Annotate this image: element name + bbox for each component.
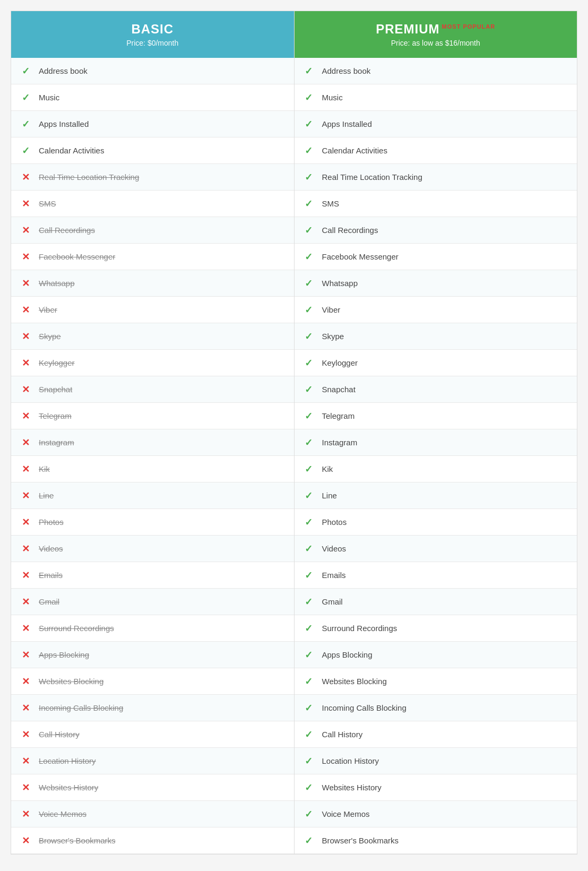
basic-features-list: ✓Address book✓Music✓Apps Installed✓Calen…: [11, 58, 294, 854]
basic-feature-row: ✕Keylogger: [11, 350, 294, 376]
check-icon: ✓: [303, 755, 315, 767]
feature-label: Address book: [39, 66, 88, 75]
cross-icon: ✕: [20, 198, 31, 210]
check-icon: ✓: [303, 357, 315, 369]
check-icon: ✓: [303, 543, 315, 555]
check-icon: ✓: [20, 92, 31, 104]
basic-feature-row: ✓Calendar Activities: [11, 137, 294, 164]
cross-icon: ✕: [20, 835, 31, 847]
premium-feature-row: ✓Facebook Messenger: [295, 244, 577, 270]
basic-feature-row: ✕Surround Recordings: [11, 615, 294, 642]
basic-feature-row: ✕Skype: [11, 323, 294, 350]
feature-label: Websites Blocking: [39, 677, 103, 686]
check-icon: ✓: [303, 676, 315, 687]
basic-price: Price: $0/month: [22, 39, 283, 47]
basic-column: BASIC Price: $0/month ✓Address book✓Musi…: [11, 11, 295, 854]
check-icon: ✓: [303, 198, 315, 210]
feature-label: SMS: [39, 199, 56, 208]
premium-feature-row: ✓Apps Blocking: [295, 642, 577, 668]
basic-feature-row: ✓Music: [11, 84, 294, 111]
premium-feature-row: ✓Incoming Calls Blocking: [295, 695, 577, 721]
check-icon: ✓: [303, 808, 315, 820]
feature-label: Incoming Calls Blocking: [39, 703, 123, 712]
feature-label: Websites History: [39, 783, 98, 792]
check-icon: ✓: [303, 623, 315, 634]
premium-feature-row: ✓Music: [295, 84, 577, 111]
check-icon: ✓: [20, 65, 31, 77]
feature-label: Whatsapp: [322, 279, 358, 288]
cross-icon: ✕: [20, 304, 31, 316]
feature-label: Real Time Location Tracking: [39, 173, 139, 182]
premium-feature-row: ✓Photos: [295, 509, 577, 536]
feature-label: Photos: [39, 518, 64, 527]
feature-label: Voice Memos: [322, 809, 370, 818]
feature-label: Snapchat: [322, 385, 356, 394]
check-icon: ✓: [303, 463, 315, 475]
basic-feature-row: ✕Emails: [11, 562, 294, 589]
premium-feature-row: ✓Line: [295, 482, 577, 509]
feature-label: Kik: [39, 464, 50, 473]
feature-label: Gmail: [322, 597, 343, 606]
check-icon: ✓: [20, 118, 31, 130]
check-icon: ✓: [303, 225, 315, 236]
feature-label: Call History: [322, 730, 363, 739]
basic-feature-row: ✕Call Recordings: [11, 217, 294, 244]
feature-label: Emails: [322, 571, 346, 580]
cross-icon: ✕: [20, 808, 31, 820]
premium-feature-row: ✓Websites History: [295, 774, 577, 801]
feature-label: Telegram: [322, 411, 355, 420]
premium-feature-row: ✓Viber: [295, 297, 577, 323]
premium-feature-row: ✓Call History: [295, 721, 577, 748]
premium-price: Price: as low as $16/month: [305, 39, 567, 47]
basic-feature-row: ✕Location History: [11, 748, 294, 774]
check-icon: ✓: [303, 649, 315, 661]
premium-feature-row: ✓Apps Installed: [295, 111, 577, 137]
feature-label: Websites History: [322, 783, 382, 792]
feature-label: Apps Installed: [39, 119, 89, 128]
premium-feature-row: ✓Skype: [295, 323, 577, 350]
cross-icon: ✕: [20, 596, 31, 608]
basic-feature-row: ✕Voice Memos: [11, 801, 294, 827]
feature-label: Facebook Messenger: [39, 252, 115, 261]
feature-label: Skype: [322, 332, 344, 341]
basic-feature-row: ✕Line: [11, 482, 294, 509]
feature-label: Instagram: [39, 438, 74, 447]
premium-feature-row: ✓Calendar Activities: [295, 137, 577, 164]
feature-label: Calendar Activities: [39, 146, 104, 155]
feature-label: Music: [39, 93, 59, 102]
cross-icon: ✕: [20, 357, 31, 369]
premium-feature-row: ✓Keylogger: [295, 350, 577, 376]
basic-feature-row: ✕Browser's Bookmarks: [11, 827, 294, 854]
cross-icon: ✕: [20, 384, 31, 395]
premium-feature-row: ✓Instagram: [295, 429, 577, 456]
check-icon: ✓: [303, 304, 315, 316]
feature-label: SMS: [322, 199, 340, 208]
feature-label: Photos: [322, 518, 347, 527]
cross-icon: ✕: [20, 543, 31, 555]
check-icon: ✓: [303, 410, 315, 422]
cross-icon: ✕: [20, 755, 31, 767]
feature-label: Apps Blocking: [39, 650, 89, 659]
premium-features-list: ✓Address book✓Music✓Apps Installed✓Calen…: [295, 58, 577, 854]
premium-feature-row: ✓Location History: [295, 748, 577, 774]
premium-plan-name: PREMIUMMOST POPULAR: [305, 22, 567, 37]
feature-label: Location History: [322, 756, 379, 765]
cross-icon: ✕: [20, 171, 31, 183]
check-icon: ✓: [303, 782, 315, 794]
feature-label: Location History: [39, 756, 96, 765]
basic-feature-row: ✕Websites Blocking: [11, 668, 294, 695]
most-popular-badge: MOST POPULAR: [442, 23, 496, 30]
feature-label: Whatsapp: [39, 279, 75, 288]
feature-label: Keylogger: [39, 358, 75, 367]
comparison-table: BASIC Price: $0/month ✓Address book✓Musi…: [11, 11, 577, 855]
feature-label: Snapchat: [39, 385, 72, 394]
check-icon: ✓: [303, 145, 315, 157]
basic-feature-row: ✕SMS: [11, 191, 294, 217]
basic-feature-row: ✕Snapchat: [11, 376, 294, 403]
feature-label: Call History: [39, 730, 80, 739]
basic-feature-row: ✕Kik: [11, 456, 294, 482]
basic-feature-row: ✕Real Time Location Tracking: [11, 164, 294, 191]
basic-plan-name: BASIC: [22, 22, 283, 37]
cross-icon: ✕: [20, 251, 31, 263]
basic-header: BASIC Price: $0/month: [11, 11, 294, 58]
